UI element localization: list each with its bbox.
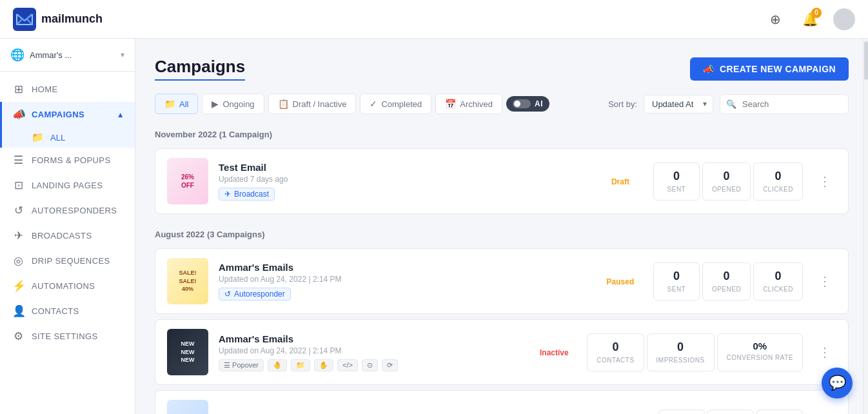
- stat-label: OPENED: [712, 186, 741, 193]
- broadcast-icon: ✈: [224, 190, 231, 199]
- campaign-group-aug2022: August 2022 (3 Campaigns) SALE!SALE!40% …: [155, 227, 849, 414]
- page-title: Campaigns: [155, 57, 245, 81]
- stat-value: 0: [763, 170, 793, 183]
- account-name: Ammar's ...: [30, 50, 72, 60]
- filter-tab-completed[interactable]: ✓ Completed: [360, 94, 431, 114]
- stat-label: SENT: [667, 286, 686, 293]
- status-badge: Draft: [605, 175, 636, 188]
- campaign-updated: Updated 7 days ago: [219, 175, 587, 184]
- tag-icon3: ✋: [314, 359, 333, 371]
- sidebar-item-forms[interactable]: ☰ FORMS & POPUPS: [0, 148, 135, 173]
- autoresponder-icon: ↺: [224, 290, 231, 299]
- more-options-button[interactable]: ⋮: [813, 342, 836, 362]
- campaign-name: Test Email: [219, 162, 587, 173]
- sort-select[interactable]: Updated At Created At Name: [644, 95, 713, 113]
- help-icon: ⊕: [770, 12, 781, 27]
- contacts-icon: 👤: [12, 304, 25, 318]
- page-header: Campaigns 📣 CREATE NEW CAMPAIGN: [155, 57, 849, 81]
- campaigns-icon: 📣: [12, 108, 25, 121]
- stat-value: 0: [712, 170, 741, 183]
- campaign-tags: ☰ Popover 🤚 📁 ✋ </> ⊙ ⟳: [219, 359, 521, 371]
- sidebar-item-landing[interactable]: ⊡ LANDING PAGES: [0, 173, 135, 198]
- stat-2: 0: [707, 409, 754, 415]
- campaign-stats: 0 SENT 0 OPENED 0 CLICKED: [653, 163, 803, 201]
- stat-value: 0: [712, 270, 741, 283]
- stat-value: 0: [763, 270, 793, 283]
- campaign-stats: 0 CONTACTS 0 IMPRESSIONS 0% CONVERSION R…: [587, 333, 803, 371]
- chat-icon: 💬: [829, 375, 846, 391]
- help-button[interactable]: ⊕: [764, 8, 787, 31]
- campaign-type-badge: ✈ Broadcast: [219, 188, 275, 201]
- ai-toggle[interactable]: AI: [506, 96, 549, 112]
- filter-bar: 📁 All ▶ Ongoing 📋 Draft / Inactive ✓ Com…: [155, 94, 849, 114]
- forms-icon: ☰: [12, 153, 25, 167]
- stat-label: CLICKED: [763, 186, 793, 193]
- campaign-type-label: Broadcast: [234, 190, 269, 199]
- stat-clicked: 0 CLICKED: [753, 163, 803, 201]
- group-header: November 2022 (1 Campaign): [155, 127, 849, 142]
- sidebar-nav: ⊞ Home 📣 Campaigns ▲ 📁 ALL ☰ FORMS & POP…: [0, 72, 135, 354]
- scroll-thumb[interactable]: [864, 41, 868, 80]
- stat-label: SENT: [667, 186, 686, 193]
- sidebar-label: BROADCASTS: [32, 231, 92, 241]
- sidebar-sub-item-all[interactable]: 📁 ALL: [0, 127, 135, 148]
- chevron-down-icon: ▾: [121, 50, 124, 59]
- sidebar-item-automations[interactable]: ⚡ AUTOMATIONS: [0, 273, 135, 299]
- sidebar-label: Home: [32, 84, 58, 94]
- sidebar-label: Site Settings: [32, 331, 98, 341]
- filter-label: Draft / Inactive: [293, 99, 347, 109]
- stat-label: IMPRESSIONS: [656, 357, 705, 364]
- sidebar-item-settings[interactable]: ⚙ Site Settings: [0, 324, 135, 349]
- filter-label: Completed: [381, 99, 422, 109]
- stat-clicked: 0 CLICKED: [753, 262, 803, 301]
- stat-sent: 0 SENT: [653, 262, 700, 301]
- sidebar-item-home[interactable]: ⊞ Home: [0, 77, 135, 102]
- tag-icon6: ⟳: [382, 359, 398, 371]
- globe-icon: 🌐: [10, 48, 25, 62]
- create-campaign-button[interactable]: 📣 CREATE NEW CAMPAIGN: [690, 57, 849, 81]
- tag-icon2: 📁: [291, 359, 310, 371]
- sidebar-item-autoresponders[interactable]: ↺ AUTORESPONDERS: [0, 198, 135, 223]
- chat-button[interactable]: 💬: [822, 368, 853, 399]
- campaign-card: LOGOLOGO ghjk Inactive 0 0: [155, 390, 849, 414]
- sidebar-label: AUTOMATIONS: [32, 281, 95, 291]
- campaign-updated: Updated on Aug 24, 2022 | 2:14 PM: [219, 275, 587, 284]
- toggle-switch: [513, 99, 531, 108]
- tag-icon1: 🤚: [268, 359, 287, 371]
- stat-3: 0%: [756, 409, 803, 415]
- sidebar-label: DRIP SEQUENCES: [32, 256, 110, 266]
- sidebar-item-contacts[interactable]: 👤 Contacts: [0, 299, 135, 324]
- stat-label: CONVERSION RATE: [727, 354, 793, 361]
- filter-tab-archived[interactable]: 📅 Archived: [435, 94, 502, 114]
- sidebar-account[interactable]: 🌐 Ammar's ... ▾: [0, 39, 135, 72]
- sort-label: Sort by:: [608, 99, 637, 109]
- campaign-stats: 0 0 0%: [658, 409, 803, 415]
- create-btn-label: CREATE NEW CAMPAIGN: [720, 64, 836, 74]
- sidebar-item-campaigns[interactable]: 📣 Campaigns ▲: [0, 102, 135, 127]
- sort-wrap: Updated At Created At Name: [644, 95, 713, 113]
- app-logo[interactable]: mailmunch: [13, 8, 103, 31]
- campaign-info: Test Email Updated 7 days ago ✈ Broadcas…: [219, 162, 587, 201]
- filter-tab-draft[interactable]: 📋 Draft / Inactive: [268, 94, 357, 114]
- filter-tab-all[interactable]: 📁 All: [155, 94, 198, 114]
- user-avatar-button[interactable]: [833, 8, 855, 30]
- campaign-card: NEWNEWNEW Ammar's Emails Updated on Aug …: [155, 319, 849, 385]
- more-options-button[interactable]: ⋮: [813, 271, 836, 291]
- archive-icon: 📅: [445, 99, 456, 109]
- stat-label: CONTACTS: [597, 357, 634, 364]
- group-header: August 2022 (3 Campaigns): [155, 227, 849, 242]
- status-badge: Inactive: [533, 346, 575, 359]
- search-input[interactable]: [720, 94, 849, 114]
- campaign-status: Draft: [598, 176, 643, 186]
- sidebar-label: AUTORESPONDERS: [32, 206, 117, 215]
- filter-label: Archived: [460, 99, 493, 109]
- more-options-button[interactable]: ⋮: [813, 171, 836, 192]
- sidebar-item-broadcasts[interactable]: ✈ BROADCASTS: [0, 223, 135, 248]
- campaign-name: Ammar's Emails: [219, 333, 521, 344]
- sidebar-item-drip[interactable]: ◎ DRIP SEQUENCES: [0, 248, 135, 273]
- sidebar-label: LANDING PAGES: [32, 181, 103, 190]
- campaign-name: Ammar's Emails: [219, 262, 587, 273]
- campaign-type-label: Autoresponder: [234, 290, 285, 299]
- filter-tab-ongoing[interactable]: ▶ Ongoing: [202, 94, 264, 114]
- folder-icon: 📁: [164, 99, 175, 109]
